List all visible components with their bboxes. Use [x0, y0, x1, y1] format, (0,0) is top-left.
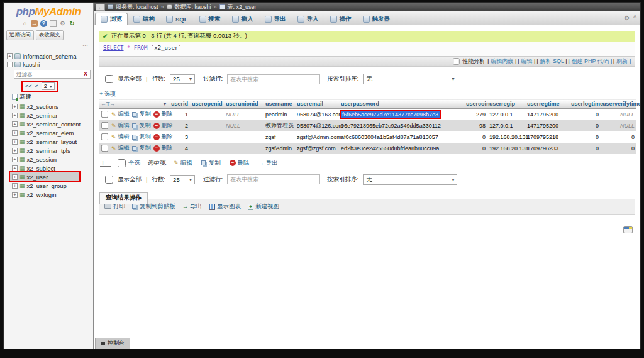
column-header-usercoin[interactable]: usercoin — [464, 99, 487, 109]
selected-action-复制[interactable]: 复制 — [201, 159, 221, 167]
results-action-新建视图[interactable]: +新建视图 — [248, 203, 279, 211]
collapse-sidebar-button[interactable]: ← — [96, 4, 105, 11]
edit-link[interactable]: ✎编辑 — [111, 144, 130, 152]
edit-link[interactable]: ✎编辑 — [111, 133, 130, 141]
popup-window-icon[interactable] — [623, 226, 633, 233]
exit-icon[interactable]: → — [31, 20, 38, 27]
copy-link[interactable]: 复制 — [132, 144, 151, 152]
sort-desc-icon[interactable]: ▼ — [162, 101, 167, 107]
check-all-link[interactable]: 全选 — [128, 159, 140, 167]
selected-action-导出[interactable]: →导出 — [258, 159, 278, 167]
expand-icon[interactable]: + — [12, 183, 18, 189]
show-all-checkbox[interactable] — [105, 75, 113, 83]
tab-导出[interactable]: 导出 — [259, 13, 292, 25]
sidebar-item-x2_session[interactable]: +▦x2_session — [10, 155, 93, 164]
sidebar-item-x2_sections[interactable]: +▦x2_sections — [10, 102, 93, 111]
profiling-checkbox[interactable] — [453, 58, 460, 64]
docs-icon[interactable] — [50, 20, 57, 27]
rows-per-page-select[interactable]: 25 ▾ — [170, 74, 195, 84]
row-checkbox[interactable] — [101, 145, 108, 152]
tab-触发器[interactable]: 触发器 — [357, 13, 396, 25]
results-action-导出[interactable]: →导出 — [182, 203, 202, 211]
expand-icon[interactable]: + — [12, 174, 18, 180]
database-name[interactable]: information_schema — [23, 53, 77, 60]
sort-by-key-select[interactable]: 无 ▾ — [363, 74, 457, 84]
new-table-label[interactable]: 新建 — [19, 93, 31, 101]
expand-icon[interactable]: + — [7, 53, 13, 59]
favorite-tables-button[interactable]: 表收藏夹 — [36, 30, 64, 40]
tab-浏览[interactable]: 浏览 — [95, 13, 128, 25]
tab-SQL[interactable]: SQL — [160, 13, 194, 25]
delete-link[interactable]: −删除 — [153, 144, 173, 152]
column-header-userunionid[interactable]: userunionid — [224, 99, 264, 109]
edit-link[interactable]: ✎编辑 — [111, 110, 130, 118]
selected-action-删除[interactable]: −删除 — [230, 159, 250, 167]
sidebar-item-x2_wxlogin[interactable]: +▦x2_wxlogin — [10, 190, 93, 199]
help-icon[interactable]: ? — [40, 20, 47, 27]
filter-rows-input[interactable] — [227, 74, 320, 84]
expand-icon[interactable]: + — [12, 139, 18, 145]
delete-link[interactable]: −删除 — [153, 121, 173, 130]
column-header-userid[interactable]: userid — [169, 99, 190, 109]
column-header-username[interactable]: username — [264, 99, 295, 109]
options-toggle[interactable]: + 选项 — [99, 90, 635, 98]
expand-icon[interactable]: + — [12, 130, 18, 136]
tab-操作[interactable]: 操作 — [325, 13, 357, 25]
column-header-userpassword[interactable]: userpassword — [339, 99, 464, 109]
selected-action-编辑[interactable]: ✎编辑 — [174, 159, 192, 167]
filter-clear-icon[interactable]: X — [81, 70, 90, 78]
sidebar-item-x2_seminar_content[interactable]: +▦x2_seminar_content — [10, 120, 93, 128]
column-reorder-widget[interactable]: ←T→ — [101, 101, 116, 107]
sidebar-item-x2_subject[interactable]: +▦x2_subject — [10, 164, 93, 172]
column-header-userlogtime[interactable]: userlogtime — [569, 99, 601, 109]
panel-resize-icon[interactable]: ⋯ — [4, 42, 93, 50]
sidebar-item-information-schema[interactable]: + information_schema — [4, 52, 93, 60]
results-action-显示图表[interactable]: 显示图表 — [209, 203, 241, 211]
breadcrumb-database[interactable]: 数据库: kaoshi — [175, 3, 211, 11]
sidebar-item-x2_seminar_layout[interactable]: +▦x2_seminar_layout — [10, 137, 93, 146]
expand-icon[interactable]: + — [12, 104, 18, 109]
sidebar-item-new-table[interactable]: 新建 — [10, 92, 93, 102]
copy-link[interactable]: 复制 — [132, 121, 151, 130]
delete-link[interactable]: −删除 — [153, 110, 173, 118]
expand-icon[interactable]: + — [12, 157, 18, 162]
database-name[interactable]: kaoshi — [23, 61, 40, 68]
profiling-link[interactable]: 解析 SQL — [540, 58, 564, 64]
sidebar-item-x2_user[interactable]: +▦x2_user — [10, 172, 79, 181]
row-checkbox[interactable] — [101, 111, 108, 118]
sidebar-item-x2_seminar_tpls[interactable]: +▦x2_seminar_tpls — [10, 146, 93, 155]
check-all-checkbox[interactable] — [118, 159, 126, 167]
copy-link[interactable]: 复制 — [132, 110, 151, 118]
tab-导入[interactable]: 导入 — [292, 13, 325, 25]
column-header-userregtime[interactable]: userregtime — [525, 99, 569, 109]
profiling-link[interactable]: 刷新 — [616, 58, 628, 64]
row-checkbox[interactable] — [101, 133, 108, 140]
home-icon[interactable]: ⌂ — [21, 20, 28, 27]
column-header-useremail[interactable]: useremail — [295, 99, 339, 109]
page-settings-icon[interactable]: ⚙ — [624, 14, 630, 21]
scroll-top-icon[interactable]: ^ — [633, 14, 636, 21]
sidebar-item-x2_user_group[interactable]: +▦x2_user_group — [10, 181, 93, 190]
page-number-select[interactable]: 2 ▾ — [42, 82, 55, 90]
row-checkbox[interactable] — [101, 122, 108, 129]
column-header-userverifytime[interactable]: userverifytime — [601, 99, 636, 109]
column-header-userregip[interactable]: userregip — [487, 99, 525, 109]
sql-keyword[interactable]: SELECT — [103, 45, 124, 51]
page-first-link[interactable]: << — [25, 83, 32, 89]
settings-icon[interactable]: ⚙ — [59, 20, 66, 27]
profiling-link[interactable]: 编辑 — [521, 58, 532, 64]
console-toggle[interactable]: 控制台 — [95, 338, 130, 349]
refresh-icon[interactable]: ↻ — [69, 20, 75, 27]
collapse-icon[interactable]: - — [7, 62, 13, 67]
recent-tables-button[interactable]: 近期访问 — [6, 30, 34, 40]
tree-filter-input[interactable] — [14, 70, 81, 78]
tab-插入[interactable]: 插入 — [226, 13, 259, 25]
profiling-link[interactable]: 编辑内嵌 — [491, 58, 513, 64]
sidebar-item-kaoshi[interactable]: - kaoshi — [4, 60, 93, 69]
breadcrumb-table[interactable]: 表: x2_user — [228, 3, 257, 11]
expand-icon[interactable]: + — [12, 113, 18, 118]
page-prev-link[interactable]: < — [35, 83, 38, 89]
highlighted-password-cell[interactable]: f6f6eb5ace977d7e114377cc7098b7e3 — [341, 111, 440, 118]
expand-icon[interactable]: + — [12, 121, 18, 127]
expand-icon[interactable]: + — [12, 148, 18, 154]
